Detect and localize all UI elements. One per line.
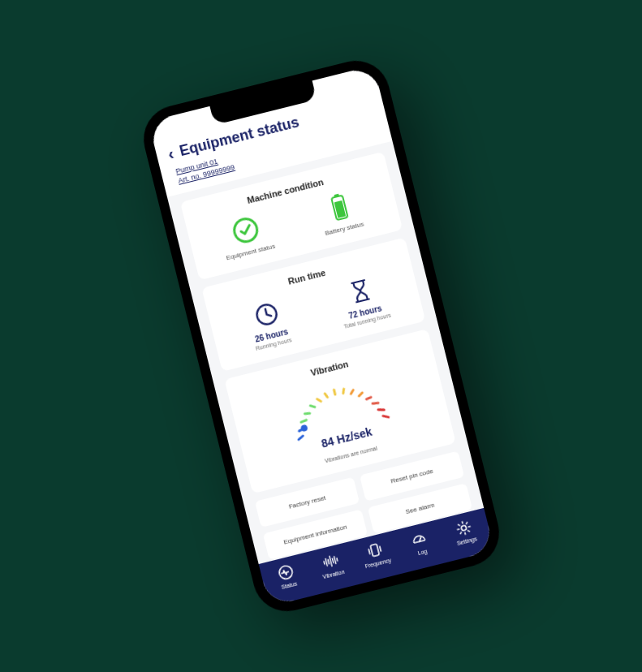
svg-line-22	[323, 562, 324, 565]
vibration-icon	[320, 551, 339, 571]
svg-line-8	[304, 413, 309, 415]
svg-line-16	[366, 398, 371, 399]
svg-line-14	[350, 390, 354, 394]
nav-log[interactable]: Log	[394, 526, 445, 561]
svg-point-32	[460, 525, 466, 531]
hourglass-icon	[347, 278, 373, 306]
svg-line-37	[458, 524, 459, 526]
settings-icon	[454, 519, 473, 538]
svg-line-40	[465, 523, 467, 524]
status-icon	[276, 562, 295, 582]
content-area: Machine condition Equipment status	[167, 141, 484, 564]
svg-line-13	[342, 390, 344, 394]
nav-vibration[interactable]: Vibration	[306, 548, 356, 583]
svg-line-11	[325, 394, 327, 398]
svg-line-27	[334, 557, 335, 564]
clock-icon	[252, 300, 281, 330]
svg-line-10	[317, 398, 321, 403]
svg-line-17	[373, 403, 378, 405]
svg-line-25	[329, 556, 331, 566]
vibration-message: Vibrations are normal	[324, 446, 377, 464]
equipment-status-label: Equipment status	[225, 243, 275, 262]
nav-frequency[interactable]: Frequency	[351, 536, 401, 571]
svg-line-7	[300, 420, 306, 423]
svg-line-18	[378, 408, 384, 411]
svg-line-28	[336, 558, 337, 562]
svg-line-23	[325, 558, 326, 566]
svg-line-15	[358, 393, 363, 396]
svg-line-19	[383, 415, 389, 418]
svg-line-24	[327, 560, 328, 564]
nav-settings[interactable]: Settings	[439, 515, 489, 549]
log-icon	[409, 529, 429, 549]
svg-line-38	[467, 530, 469, 532]
svg-line-26	[332, 558, 333, 562]
svg-line-5	[298, 437, 304, 440]
battery-icon	[327, 192, 350, 222]
nav-status[interactable]: Status	[261, 559, 312, 594]
svg-rect-29	[370, 544, 379, 557]
back-button[interactable]: ‹	[166, 144, 175, 164]
svg-line-12	[334, 390, 334, 395]
svg-point-0	[231, 217, 259, 244]
app-screen: ‹ Equipment status Pump unit 01 Art. no.…	[148, 66, 494, 607]
phone-frame: ‹ Equipment status Pump unit 01 Art. no.…	[136, 54, 506, 618]
nav-log-label: Log	[417, 548, 428, 556]
nav-status-label: Status	[280, 580, 297, 590]
svg-line-9	[310, 405, 315, 408]
frequency-icon	[364, 541, 384, 560]
checkmark-icon	[228, 214, 261, 248]
battery-status-label: Battery status	[324, 221, 364, 238]
svg-line-39	[459, 532, 461, 534]
